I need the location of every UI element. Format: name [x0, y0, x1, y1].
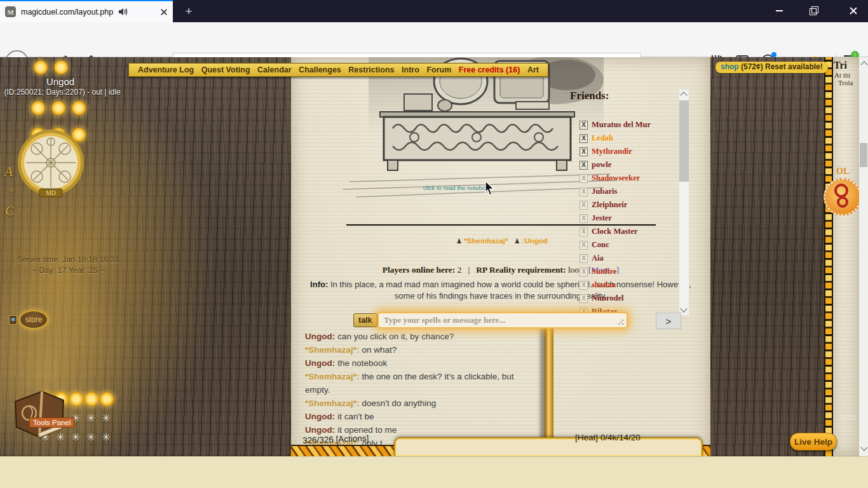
store-button[interactable]: store	[19, 310, 48, 329]
window-restore-button[interactable]	[799, 0, 829, 22]
friend-item[interactable]: X Zleiphneir	[580, 198, 675, 212]
store-mini-icon[interactable]: ✱	[9, 315, 17, 325]
scene-sketch[interactable]	[343, 57, 616, 203]
game-nav-item[interactable]: Forum	[426, 65, 451, 74]
chat-message: *Shemhazaj*:the one on the desk? it's a …	[305, 370, 529, 396]
friend-item[interactable]: X Muratus del Mur	[580, 118, 675, 132]
game-nav-item[interactable]: Intro	[402, 65, 419, 74]
shop-reset-pill[interactable]: shop (572¢) Reset available!	[715, 62, 828, 73]
friend-item[interactable]: X Ledah	[580, 132, 675, 145]
presence-player[interactable]: ♟ *Shemhazaj*	[456, 237, 508, 245]
remove-friend-checkbox[interactable]: X	[580, 121, 588, 130]
friend-name[interactable]: Aia	[592, 254, 604, 263]
remove-friend-checkbox[interactable]: X	[580, 174, 588, 183]
game-nav-item[interactable]: Adventure Log	[138, 65, 194, 74]
friend-name[interactable]: Clock Master	[592, 227, 638, 236]
browser-tab[interactable]: M magicduel.com/layout.php	[0, 0, 173, 22]
star-icon	[33, 60, 48, 75]
window-close-button[interactable]	[839, 0, 868, 22]
remove-friend-checkbox[interactable]: X	[580, 281, 588, 290]
rp-label: RP Reality requirement:	[476, 265, 566, 274]
chat-author[interactable]: Ungod:	[305, 358, 335, 368]
page-scrollbar[interactable]	[859, 57, 868, 456]
right-chain-border	[824, 57, 833, 456]
friend-name[interactable]: Jester	[592, 214, 612, 223]
friend-item[interactable]: X Conc	[580, 238, 675, 252]
chat-author[interactable]: Ungod:	[305, 425, 335, 435]
remove-friend-checkbox[interactable]: X	[580, 214, 588, 223]
chat-author[interactable]: *Shemhazaj*:	[305, 372, 360, 381]
friend-item[interactable]: X Clock Master	[580, 225, 675, 238]
friend-name[interactable]: Sunfire	[592, 267, 616, 276]
remove-friend-checkbox[interactable]: X	[580, 227, 588, 236]
friend-item[interactable]: X Mythrandir	[580, 145, 675, 158]
game-nav-item[interactable]: Quest Voting	[201, 65, 250, 74]
tab-close-icon[interactable]	[160, 8, 168, 16]
remove-friend-checkbox[interactable]: X	[580, 134, 588, 143]
remove-friend-checkbox[interactable]: X	[580, 201, 588, 210]
new-tab-button[interactable]: +	[180, 3, 197, 20]
scene-caption-link[interactable]: click to read the notebook	[356, 184, 559, 191]
remove-friend-checkbox[interactable]: X	[580, 294, 588, 303]
input-resize-grip[interactable]	[618, 319, 624, 325]
friend-item[interactable]: X Nimrodel	[580, 292, 675, 305]
medallion-icon	[824, 178, 862, 216]
friend-name[interactable]: Shadowseeker	[592, 173, 640, 183]
friend-name[interactable]: Conc	[592, 240, 609, 250]
tools-panel-label[interactable]: Tools Panel	[29, 417, 74, 428]
friend-item[interactable]: X shadan	[580, 278, 675, 292]
remove-friend-checkbox[interactable]: X	[580, 241, 588, 250]
star-icon	[31, 100, 46, 116]
friend-item[interactable]: X Jubaris	[580, 185, 675, 198]
sidebar-letter-c[interactable]: C	[5, 203, 14, 219]
chat-author[interactable]: *Shemhazaj*:	[305, 345, 360, 355]
friend-name[interactable]: shadan	[592, 280, 616, 290]
friends-collapse-arrow[interactable]: >	[656, 313, 681, 329]
friend-name[interactable]: Jubaris	[592, 187, 617, 196]
snowflake-icon	[71, 431, 80, 444]
page-scrollbar-thumb[interactable]	[860, 143, 867, 167]
server-time: Server time: Jan 18 18:16:31	[0, 255, 137, 264]
friend-name[interactable]: Muratus del Mur	[592, 120, 651, 130]
browser-toolbar: https://magicduel.com/layout.php 80% •••…	[0, 22, 868, 57]
game-nav-item[interactable]: Calendar	[257, 65, 292, 74]
online-label: Players online here:	[383, 265, 455, 274]
sidebar-diamond[interactable]: ✧	[7, 186, 14, 196]
friend-name[interactable]: powle	[592, 160, 611, 170]
friend-name[interactable]: Ledah	[592, 133, 613, 143]
friend-item[interactable]: X powle	[580, 158, 675, 172]
remove-friend-checkbox[interactable]: X	[580, 187, 588, 196]
friend-item[interactable]: X Shadowseeker	[580, 172, 675, 185]
tools-book-icon[interactable]	[10, 389, 69, 442]
sidebar-letter-a[interactable]: A	[4, 164, 13, 180]
friend-item[interactable]: X Aia	[580, 252, 675, 265]
game-nav-item[interactable]: Challenges	[299, 65, 341, 74]
live-help-button[interactable]: Live Help	[790, 433, 837, 451]
presence-player[interactable]: ♟ :Ungod	[514, 237, 547, 245]
remove-friend-checkbox[interactable]: X	[580, 161, 588, 170]
remove-friend-checkbox[interactable]: X	[580, 254, 588, 263]
star-icon	[99, 391, 114, 407]
friends-header: Friends:	[570, 90, 609, 102]
chat-author[interactable]: *Shemhazaj*:	[305, 398, 360, 408]
friends-scrollbar-thumb[interactable]	[679, 100, 689, 182]
chat-message: Ungod:the notebook	[305, 356, 529, 370]
friend-item[interactable]: X Jester	[580, 212, 675, 225]
tab-audio-icon[interactable]	[118, 8, 128, 16]
md-compass-emblem[interactable]: MD	[16, 129, 86, 203]
shop-link[interactable]: shop	[721, 62, 739, 71]
window-minimize-button[interactable]	[764, 0, 794, 22]
friend-name[interactable]: Zleiphneir	[592, 200, 627, 210]
chat-input[interactable]	[377, 312, 628, 329]
game-nav-item[interactable]: Art	[527, 65, 539, 74]
game-nav-item[interactable]: Restrictions	[348, 65, 394, 74]
chat-author[interactable]: Ungod:	[305, 332, 335, 341]
remove-friend-checkbox[interactable]: X	[580, 268, 588, 276]
game-nav-item[interactable]: Free credits (16)	[459, 65, 520, 74]
talk-button[interactable]: talk	[353, 313, 377, 327]
remove-friend-checkbox[interactable]: X	[580, 147, 588, 156]
friend-name[interactable]: Mythrandir	[592, 147, 632, 156]
friend-item[interactable]: X Sunfire	[580, 265, 675, 278]
friend-name[interactable]: Nimrodel	[592, 294, 623, 303]
chat-author[interactable]: Ungod:	[305, 412, 335, 421]
